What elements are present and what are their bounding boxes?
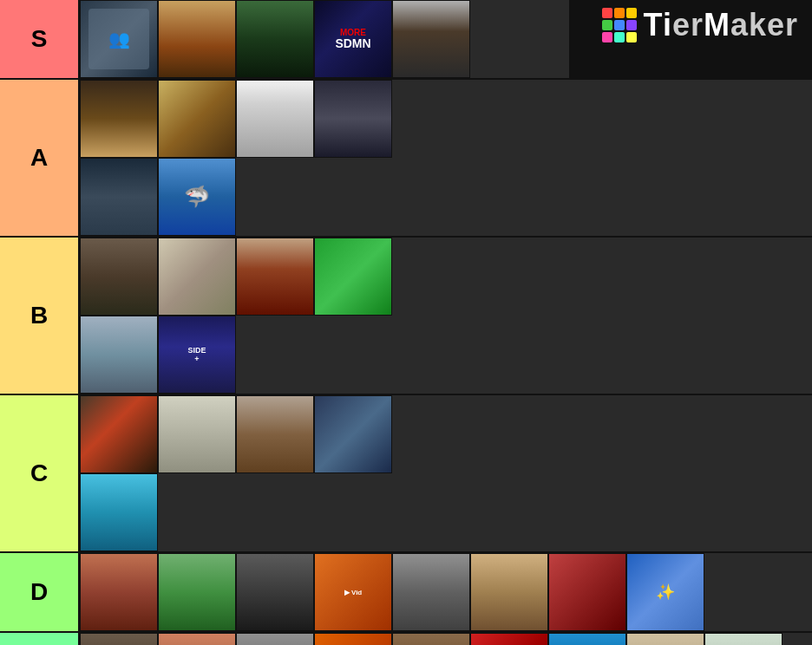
list-item [158, 633, 236, 645]
tier-row-c: C [0, 395, 812, 553]
list-item [80, 158, 158, 236]
empty-space [446, 80, 812, 236]
list-item [548, 553, 626, 631]
tier-items-b: SIDE+ [78, 238, 446, 394]
list-item [626, 633, 704, 645]
tier-label-a: A [0, 80, 78, 236]
list-item [470, 633, 548, 645]
tier-list: S 👥 MORESDMN [0, 0, 812, 645]
tier-items-a: 🦈 [78, 80, 446, 236]
logo-dot [626, 8, 637, 18]
list-item [236, 238, 314, 316]
list-item [314, 238, 392, 316]
list-item [314, 395, 392, 473]
logo-dot [614, 32, 625, 42]
list-item [158, 238, 236, 316]
tiermaker-logo: TierMaker [602, 7, 798, 43]
list-item [236, 80, 314, 158]
list-item: NINJA [548, 633, 626, 645]
list-item [80, 395, 158, 473]
logo-dot [614, 20, 625, 30]
list-item: 🦈 [158, 158, 236, 236]
tier-items-s: 👥 MORESDMN [78, 0, 569, 78]
list-item [80, 473, 158, 551]
logo-text: TierMaker [644, 7, 798, 43]
list-item [80, 238, 158, 316]
list-item [158, 553, 236, 631]
list-item [80, 80, 158, 158]
logo-dot [626, 32, 637, 42]
logo-dot [626, 20, 637, 30]
tier-row-b: B SIDE+ [0, 238, 812, 395]
list-item [470, 553, 548, 631]
list-item [80, 316, 158, 394]
list-item [704, 633, 783, 645]
list-item [158, 0, 236, 78]
logo-dot [602, 20, 612, 30]
tier-label-d: D [0, 553, 78, 631]
tier-row-d: D ▶ Vid [0, 553, 812, 633]
logo-dot [614, 8, 625, 18]
list-item [158, 80, 236, 158]
list-item: SIDE+ [158, 316, 236, 394]
list-item [236, 553, 314, 631]
list-item [392, 0, 470, 78]
tier-items-d: ▶ Vid ✨ [78, 553, 812, 631]
list-item [236, 633, 314, 645]
list-item: ✨ [626, 553, 704, 631]
list-item [314, 633, 392, 645]
tier-items-c [78, 395, 446, 551]
list-item [314, 80, 392, 158]
list-item [236, 395, 314, 473]
tier-row-e: E Rice NINJA [0, 633, 812, 645]
list-item: ▶ Vid [314, 553, 392, 631]
logo-dot [602, 8, 612, 18]
list-item [80, 553, 158, 631]
tier-label-c: C [0, 395, 78, 551]
tier-label-b: B [0, 238, 78, 394]
list-item [236, 0, 314, 78]
list-item: 👥 [80, 0, 158, 78]
list-item [80, 633, 158, 645]
tier-row-a: A 🦈 [0, 80, 812, 238]
tier-label-s: S [0, 0, 78, 78]
logo-dot [602, 32, 612, 42]
tier-items-e: Rice NINJA ⚡ [78, 633, 812, 645]
list-item: MORESDMN [314, 0, 392, 78]
empty-space [446, 395, 812, 551]
list-item [392, 553, 470, 631]
list-item: Rice [392, 633, 470, 645]
tier-label-e: E [0, 633, 78, 645]
list-item [158, 395, 236, 473]
empty-space [446, 238, 812, 394]
logo-grid [602, 8, 637, 42]
